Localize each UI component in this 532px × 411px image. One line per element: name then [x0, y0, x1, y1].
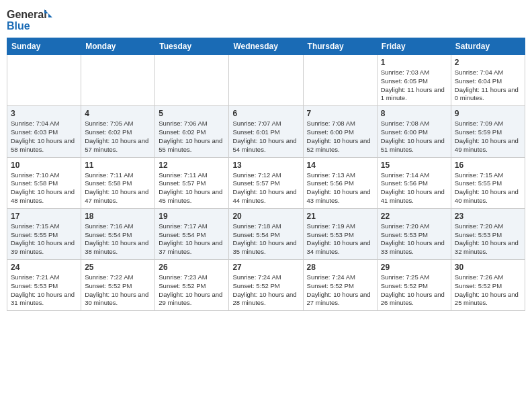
day-info: Sunrise: 7:24 AM Sunset: 5:52 PM Dayligh…	[307, 273, 373, 308]
day-number: 3	[11, 109, 77, 118]
calendar-cell: 12Sunrise: 7:11 AM Sunset: 5:57 PM Dayli…	[155, 157, 229, 208]
day-info: Sunrise: 7:20 AM Sunset: 5:53 PM Dayligh…	[455, 222, 521, 257]
day-info: Sunrise: 7:03 AM Sunset: 6:05 PM Dayligh…	[381, 68, 447, 103]
day-number: 13	[232, 161, 299, 170]
calendar-table: SundayMondayTuesdayWednesdayThursdayFrid…	[7, 38, 525, 311]
calendar-cell: 8Sunrise: 7:08 AM Sunset: 6:00 PM Daylig…	[377, 106, 451, 157]
day-info: Sunrise: 7:11 AM Sunset: 5:58 PM Dayligh…	[85, 171, 151, 205]
day-number: 25	[85, 263, 151, 272]
day-info: Sunrise: 7:23 AM Sunset: 5:52 PM Dayligh…	[159, 273, 225, 308]
calendar-cell	[7, 55, 81, 106]
day-info: Sunrise: 7:14 AM Sunset: 5:56 PM Dayligh…	[381, 171, 447, 205]
day-info: Sunrise: 7:08 AM Sunset: 6:00 PM Dayligh…	[381, 120, 447, 154]
calendar-cell: 23Sunrise: 7:20 AM Sunset: 5:53 PM Dayli…	[451, 208, 525, 259]
weekday-header-thursday: Thursday	[303, 38, 377, 55]
weekday-header-sunday: Sunday	[7, 38, 81, 55]
weekday-header-friday: Friday	[377, 38, 451, 55]
day-info: Sunrise: 7:26 AM Sunset: 5:52 PM Dayligh…	[455, 273, 521, 308]
day-number: 27	[232, 263, 299, 272]
calendar-cell: 10Sunrise: 7:10 AM Sunset: 5:58 PM Dayli…	[7, 157, 81, 208]
svg-text:Blue: Blue	[7, 20, 30, 32]
day-info: Sunrise: 7:04 AM Sunset: 6:04 PM Dayligh…	[455, 68, 521, 103]
day-number: 23	[455, 212, 521, 221]
calendar-week-1: 1Sunrise: 7:03 AM Sunset: 6:05 PM Daylig…	[7, 55, 525, 106]
day-info: Sunrise: 7:13 AM Sunset: 5:56 PM Dayligh…	[307, 171, 373, 205]
calendar-cell: 27Sunrise: 7:24 AM Sunset: 5:52 PM Dayli…	[229, 260, 303, 311]
day-number: 11	[85, 161, 151, 170]
day-info: Sunrise: 7:16 AM Sunset: 5:54 PM Dayligh…	[85, 222, 151, 257]
weekday-header-saturday: Saturday	[451, 38, 525, 55]
day-info: Sunrise: 7:04 AM Sunset: 6:03 PM Dayligh…	[11, 120, 77, 154]
day-number: 26	[159, 263, 225, 272]
calendar-cell: 9Sunrise: 7:09 AM Sunset: 5:59 PM Daylig…	[451, 106, 525, 157]
calendar-cell: 11Sunrise: 7:11 AM Sunset: 5:58 PM Dayli…	[81, 157, 155, 208]
calendar-cell: 19Sunrise: 7:17 AM Sunset: 5:54 PM Dayli…	[155, 208, 229, 259]
weekday-header-tuesday: Tuesday	[155, 38, 229, 55]
calendar-cell: 7Sunrise: 7:08 AM Sunset: 6:00 PM Daylig…	[303, 106, 377, 157]
day-number: 24	[11, 263, 77, 272]
day-info: Sunrise: 7:15 AM Sunset: 5:55 PM Dayligh…	[455, 171, 521, 205]
day-number: 1	[381, 58, 447, 67]
day-info: Sunrise: 7:15 AM Sunset: 5:55 PM Dayligh…	[11, 222, 77, 257]
calendar-cell: 21Sunrise: 7:19 AM Sunset: 5:53 PM Dayli…	[303, 208, 377, 259]
day-info: Sunrise: 7:07 AM Sunset: 6:01 PM Dayligh…	[232, 120, 299, 154]
calendar-cell: 26Sunrise: 7:23 AM Sunset: 5:52 PM Dayli…	[155, 260, 229, 311]
calendar-cell: 14Sunrise: 7:13 AM Sunset: 5:56 PM Dayli…	[303, 157, 377, 208]
day-info: Sunrise: 7:08 AM Sunset: 6:00 PM Dayligh…	[307, 120, 373, 154]
day-number: 2	[455, 58, 521, 67]
day-number: 9	[455, 109, 521, 118]
calendar-cell: 22Sunrise: 7:20 AM Sunset: 5:53 PM Dayli…	[377, 208, 451, 259]
day-info: Sunrise: 7:21 AM Sunset: 5:53 PM Dayligh…	[11, 273, 77, 308]
day-number: 29	[381, 263, 447, 272]
calendar-week-2: 3Sunrise: 7:04 AM Sunset: 6:03 PM Daylig…	[7, 106, 525, 157]
day-info: Sunrise: 7:09 AM Sunset: 5:59 PM Dayligh…	[455, 120, 521, 154]
day-number: 8	[381, 109, 447, 118]
weekday-header-row: SundayMondayTuesdayWednesdayThursdayFrid…	[7, 38, 525, 55]
day-info: Sunrise: 7:06 AM Sunset: 6:02 PM Dayligh…	[159, 120, 225, 154]
day-info: Sunrise: 7:24 AM Sunset: 5:52 PM Dayligh…	[232, 273, 299, 308]
weekday-header-monday: Monday	[81, 38, 155, 55]
day-info: Sunrise: 7:25 AM Sunset: 5:52 PM Dayligh…	[381, 273, 447, 308]
day-number: 17	[11, 212, 77, 221]
day-number: 7	[307, 109, 373, 118]
logo-icon: GeneralBlue	[7, 7, 54, 34]
day-info: Sunrise: 7:17 AM Sunset: 5:54 PM Dayligh…	[159, 222, 225, 257]
calendar-week-4: 17Sunrise: 7:15 AM Sunset: 5:55 PM Dayli…	[7, 208, 525, 259]
day-info: Sunrise: 7:19 AM Sunset: 5:53 PM Dayligh…	[307, 222, 373, 257]
calendar-cell: 25Sunrise: 7:22 AM Sunset: 5:52 PM Dayli…	[81, 260, 155, 311]
day-number: 5	[159, 109, 225, 118]
calendar-cell: 16Sunrise: 7:15 AM Sunset: 5:55 PM Dayli…	[451, 157, 525, 208]
calendar-cell: 2Sunrise: 7:04 AM Sunset: 6:04 PM Daylig…	[451, 55, 525, 106]
day-number: 14	[307, 161, 373, 170]
day-info: Sunrise: 7:11 AM Sunset: 5:57 PM Dayligh…	[159, 171, 225, 205]
day-info: Sunrise: 7:10 AM Sunset: 5:58 PM Dayligh…	[11, 171, 77, 205]
calendar-cell	[155, 55, 229, 106]
day-info: Sunrise: 7:05 AM Sunset: 6:02 PM Dayligh…	[85, 120, 151, 154]
calendar-cell	[229, 55, 303, 106]
day-number: 12	[159, 161, 225, 170]
calendar-cell: 29Sunrise: 7:25 AM Sunset: 5:52 PM Dayli…	[377, 260, 451, 311]
day-info: Sunrise: 7:12 AM Sunset: 5:57 PM Dayligh…	[232, 171, 299, 205]
calendar-cell: 3Sunrise: 7:04 AM Sunset: 6:03 PM Daylig…	[7, 106, 81, 157]
day-number: 22	[381, 212, 447, 221]
day-number: 4	[85, 109, 151, 118]
calendar-cell: 30Sunrise: 7:26 AM Sunset: 5:52 PM Dayli…	[451, 260, 525, 311]
day-number: 19	[159, 212, 225, 221]
page-header: GeneralBlue	[7, 7, 525, 34]
calendar-week-3: 10Sunrise: 7:10 AM Sunset: 5:58 PM Dayli…	[7, 157, 525, 208]
day-number: 10	[11, 161, 77, 170]
day-number: 18	[85, 212, 151, 221]
day-number: 15	[381, 161, 447, 170]
svg-text:General: General	[7, 9, 47, 20]
calendar-cell: 18Sunrise: 7:16 AM Sunset: 5:54 PM Dayli…	[81, 208, 155, 259]
calendar-cell: 20Sunrise: 7:18 AM Sunset: 5:54 PM Dayli…	[229, 208, 303, 259]
calendar-cell: 15Sunrise: 7:14 AM Sunset: 5:56 PM Dayli…	[377, 157, 451, 208]
day-number: 16	[455, 161, 521, 170]
calendar-cell: 6Sunrise: 7:07 AM Sunset: 6:01 PM Daylig…	[229, 106, 303, 157]
weekday-header-wednesday: Wednesday	[229, 38, 303, 55]
calendar-cell: 17Sunrise: 7:15 AM Sunset: 5:55 PM Dayli…	[7, 208, 81, 259]
calendar-cell: 4Sunrise: 7:05 AM Sunset: 6:02 PM Daylig…	[81, 106, 155, 157]
day-info: Sunrise: 7:20 AM Sunset: 5:53 PM Dayligh…	[381, 222, 447, 257]
day-number: 6	[232, 109, 299, 118]
day-info: Sunrise: 7:18 AM Sunset: 5:54 PM Dayligh…	[232, 222, 299, 257]
